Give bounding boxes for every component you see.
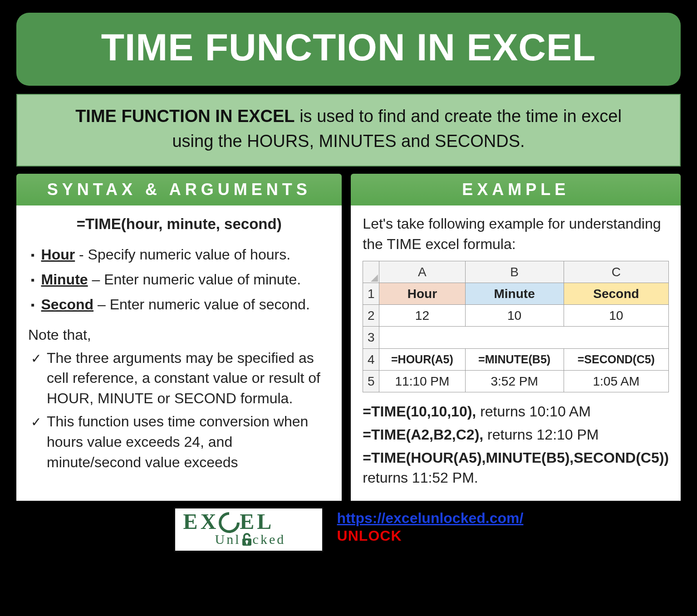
col-head: A — [379, 261, 465, 283]
excel-table: A B C 1 Hour Minute Second 2 12 — [363, 261, 669, 392]
cell: Second — [564, 283, 668, 304]
table-row: 1 Hour Minute Second — [363, 283, 669, 304]
table-corner — [363, 261, 379, 283]
example-formula: =TIME(A2,B2,C2), — [363, 426, 483, 443]
list-item: Second – Enter numeric value of second. — [31, 294, 330, 315]
lock-icon — [241, 533, 253, 549]
col-head: B — [465, 261, 564, 283]
argument-list: Hour - Specify numeric value of hours. M… — [28, 244, 330, 314]
list-item: Minute – Enter numeric value of minute. — [31, 269, 330, 290]
example-result: returns 10:10 AM — [476, 403, 591, 420]
list-item: This function uses time conversion when … — [31, 411, 330, 472]
example-lines: =TIME(10,10,10), returns 10:10 AM =TIME(… — [363, 401, 669, 488]
page-title: TIME FUNCTION IN EXCEL — [101, 26, 596, 68]
table-row: 3 — [363, 327, 669, 348]
arg-desc: – Enter numeric value of minute. — [88, 271, 301, 288]
syntax-formula: =TIME(hour, minute, second) — [28, 214, 330, 235]
intro-box: TIME FUNCTION IN EXCEL is used to find a… — [16, 94, 681, 166]
table-row: 2 12 10 10 — [363, 305, 669, 327]
cell: 12 — [379, 305, 465, 327]
list-item: The three arguments may be specified as … — [31, 348, 330, 409]
arg-name: Minute — [41, 271, 88, 288]
cell-empty — [379, 327, 669, 348]
note-lead: Note that, — [28, 325, 330, 345]
row-number: 3 — [363, 327, 379, 348]
example-formula: =TIME(HOUR(A5),MINUTE(B5),SECOND(C5)) — [363, 450, 669, 466]
syntax-panel-body: =TIME(hour, minute, second) Hour - Speci… — [16, 205, 342, 501]
logo-top-text: EXEL — [183, 511, 314, 536]
example-line: =TIME(HOUR(A5),MINUTE(B5),SECOND(C5)) re… — [363, 448, 669, 489]
cell: 10 — [465, 305, 564, 327]
row-number: 5 — [363, 370, 379, 392]
example-panel-header: EXAMPLE — [351, 174, 681, 205]
two-column-layout: SYNTAX & ARGUMENTS =TIME(hour, minute, s… — [16, 174, 681, 501]
cell: Minute — [465, 283, 564, 304]
cell: Hour — [379, 283, 465, 304]
intro-text-1: is used to find and create the time in e… — [295, 107, 622, 126]
table-row: 4 =HOUR(A5) =MINUTE(B5) =SECOND(C5) — [363, 348, 669, 370]
syntax-panel: SYNTAX & ARGUMENTS =TIME(hour, minute, s… — [16, 174, 342, 501]
syntax-panel-header: SYNTAX & ARGUMENTS — [16, 174, 342, 205]
intro-text-2: using the HOURS, MINUTES and SECONDS. — [172, 132, 525, 151]
brand-logo: EXEL Unlcked — [174, 507, 324, 552]
note-text: This function uses time conversion when … — [47, 411, 330, 472]
list-item: Hour - Specify numeric value of hours. — [31, 244, 330, 265]
table-row: 5 11:10 PM 3:52 PM 1:05 AM — [363, 370, 669, 392]
cell: 11:10 PM — [379, 370, 465, 392]
footer-links: https://excelunlocked.com/ UNLOCK — [337, 507, 524, 544]
example-intro: Let's take following example for underst… — [363, 214, 669, 254]
notes-list: The three arguments may be specified as … — [28, 348, 330, 473]
example-line: =TIME(A2,B2,C2), returns 12:10 PM — [363, 425, 669, 445]
example-result: returns 12:10 PM — [483, 426, 599, 443]
example-line: =TIME(10,10,10), returns 10:10 AM — [363, 401, 669, 422]
row-number: 4 — [363, 348, 379, 370]
footer: EXEL Unlcked https://excelunlocked.com/ … — [16, 507, 681, 552]
site-link[interactable]: https://excelunlocked.com/ — [337, 510, 524, 526]
intro-strong: TIME FUNCTION IN EXCEL — [75, 107, 295, 126]
arg-desc: – Enter numeric value of second. — [93, 296, 310, 313]
unlock-label: UNLOCK — [337, 528, 524, 544]
example-formula: =TIME(10,10,10), — [363, 403, 476, 420]
page-title-banner: TIME FUNCTION IN EXCEL — [16, 13, 681, 86]
arg-name: Second — [41, 296, 94, 313]
row-number: 2 — [363, 305, 379, 327]
cell-formula: =HOUR(A5) — [379, 348, 465, 370]
row-number: 1 — [363, 283, 379, 304]
arg-desc: - Specify numeric value of hours. — [75, 246, 290, 263]
cell: 10 — [564, 305, 668, 327]
cell: 1:05 AM — [564, 370, 668, 392]
example-result: returns 11:52 PM. — [363, 469, 478, 486]
example-panel-body: Let's take following example for underst… — [351, 205, 681, 501]
note-text: The three arguments may be specified as … — [47, 348, 330, 409]
example-panel: EXAMPLE Let's take following example for… — [351, 174, 681, 501]
logo-bottom-text: Unlcked — [215, 533, 314, 549]
cell: 3:52 PM — [465, 370, 564, 392]
col-head: C — [564, 261, 668, 283]
cell-formula: =MINUTE(B5) — [465, 348, 564, 370]
cell-formula: =SECOND(C5) — [564, 348, 668, 370]
arg-name: Hour — [41, 246, 75, 263]
svg-rect-3 — [246, 542, 247, 544]
